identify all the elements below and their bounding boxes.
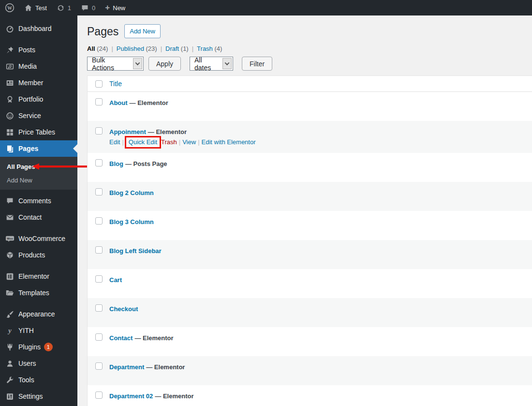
chevron-down-icon xyxy=(222,58,232,69)
row-checkbox[interactable] xyxy=(95,391,103,399)
sidebar-item-media[interactable]: Media xyxy=(0,58,77,75)
submenu-item-add-new[interactable]: Add New xyxy=(0,173,77,187)
list-toolbar: Bulk Actions Apply All dates Filter xyxy=(87,57,532,71)
page-link[interactable]: Blog Left Sidebar xyxy=(109,247,162,255)
sidebar-item-dashboard[interactable]: Dashboard xyxy=(0,20,77,37)
page-link[interactable]: Department xyxy=(109,363,144,371)
sidebar-item-users[interactable]: Users xyxy=(0,355,77,372)
award-icon xyxy=(5,94,15,104)
select-all-checkbox[interactable] xyxy=(95,80,103,88)
page-link[interactable]: Blog 2 Column xyxy=(109,189,154,196)
row-checkbox[interactable] xyxy=(95,217,103,225)
row-checkbox[interactable] xyxy=(95,362,103,370)
sidebar-item-settings[interactable]: Settings xyxy=(0,388,77,405)
smiley-icon xyxy=(5,111,15,120)
filter-trash[interactable]: Trash (4) xyxy=(197,45,222,52)
email-icon xyxy=(5,212,15,222)
pin-icon xyxy=(5,45,15,55)
sidebar-item-plugins[interactable]: Plugins 1 xyxy=(0,339,77,355)
page-link[interactable]: Cart xyxy=(109,276,122,284)
admin-sidebar: Dashboard Posts Media Member Portfolio S… xyxy=(0,15,77,406)
row-checkbox[interactable] xyxy=(95,98,103,105)
sidebar-item-tools[interactable]: Tools xyxy=(0,372,77,388)
media-icon xyxy=(5,61,15,71)
settings-icon xyxy=(5,391,15,401)
page-link[interactable]: Blog 3 Column xyxy=(109,218,154,226)
yith-icon: y xyxy=(5,326,15,335)
admin-bar: W Test 1 0 + New xyxy=(0,0,532,15)
pages-icon xyxy=(5,144,15,153)
filter-all[interactable]: All (24) xyxy=(87,45,117,52)
sidebar-item-pages[interactable]: Pages xyxy=(0,140,77,157)
update-count: 1 xyxy=(68,4,71,12)
site-link[interactable]: Test xyxy=(19,0,52,15)
view-link[interactable]: View xyxy=(182,138,196,146)
table-row: Checkout xyxy=(88,298,532,327)
id-card-icon xyxy=(5,78,15,88)
comments-icon xyxy=(5,196,15,206)
column-header-title[interactable]: Title xyxy=(109,80,122,88)
row-checkbox[interactable] xyxy=(95,304,103,312)
plugin-icon xyxy=(5,342,15,352)
apply-button[interactable]: Apply xyxy=(148,57,181,71)
sidebar-item-posts[interactable]: Posts xyxy=(0,42,77,58)
post-state: — Elementor xyxy=(130,99,168,106)
quick-edit-link[interactable]: Quick Edit xyxy=(129,138,157,146)
post-state: — Elementor xyxy=(134,334,173,342)
add-new-button[interactable]: Add New xyxy=(124,24,161,38)
edit-link[interactable]: Edit xyxy=(109,138,120,146)
status-filters: All (24)Published (23)Draft (1)Trash (4) xyxy=(87,45,532,52)
sidebar-item-products[interactable]: Products xyxy=(0,247,77,263)
row-checkbox[interactable] xyxy=(95,275,103,283)
page-link[interactable]: Contact xyxy=(109,334,133,342)
page-link[interactable]: Checkout xyxy=(109,305,138,313)
bulk-actions-select[interactable]: Bulk Actions xyxy=(87,57,144,71)
updates-indicator[interactable]: 1 xyxy=(52,0,76,15)
sidebar-item-contact[interactable]: Contact xyxy=(0,209,77,226)
sidebar-item-member[interactable]: Member xyxy=(0,75,77,91)
sidebar-item-price-tables[interactable]: Price Tables xyxy=(0,124,77,140)
page-link[interactable]: Appoinment xyxy=(109,128,146,135)
row-checkbox[interactable] xyxy=(95,188,103,195)
row-checkbox[interactable] xyxy=(95,159,103,166)
woocommerce-icon: Woo xyxy=(5,234,15,243)
row-checkbox[interactable] xyxy=(95,127,103,135)
page-link[interactable]: Department 02 xyxy=(109,392,153,400)
page-title: Pages xyxy=(87,25,118,38)
sidebar-item-templates[interactable]: Templates xyxy=(0,285,77,301)
table-row: Department— Elementor xyxy=(88,356,532,385)
row-checkbox[interactable] xyxy=(95,333,103,341)
update-icon xyxy=(57,4,65,12)
table-row: Blog— Posts Page xyxy=(88,153,532,182)
page-link[interactable]: About xyxy=(109,99,128,106)
sidebar-item-appearance[interactable]: Appearance xyxy=(0,306,77,322)
brush-icon xyxy=(5,309,15,319)
sidebar-item-woocommerce[interactable]: Woo WooCommerce xyxy=(0,230,77,247)
new-content-menu[interactable]: + New xyxy=(100,0,130,15)
sidebar-item-portfolio[interactable]: Portfolio xyxy=(0,91,77,107)
table-row: Department 02— Elementor xyxy=(88,385,532,406)
sidebar-item-comments[interactable]: Comments xyxy=(0,193,77,209)
home-icon xyxy=(24,4,32,12)
comments-indicator[interactable]: 0 xyxy=(76,0,100,15)
post-state: — Elementor xyxy=(155,392,193,400)
sidebar-item-service[interactable]: Service xyxy=(0,107,77,124)
folder-icon xyxy=(5,288,15,298)
page-link[interactable]: Blog xyxy=(109,160,123,167)
filter-published[interactable]: Published (23) xyxy=(117,45,165,52)
plugins-update-badge: 1 xyxy=(44,343,53,351)
wordpress-menu[interactable]: W xyxy=(0,0,19,15)
sidebar-item-elementor[interactable]: Elementor xyxy=(0,268,77,285)
edit-with-elementor-link[interactable]: Edit with Elementor xyxy=(202,138,256,146)
filter-button[interactable]: Filter xyxy=(242,57,272,71)
sidebar-item-yith[interactable]: y YITH xyxy=(0,322,77,339)
svg-text:W: W xyxy=(7,5,12,11)
table-row: Blog 3 Column xyxy=(88,211,532,240)
table-row: Contact— Elementor xyxy=(88,327,532,356)
filter-draft[interactable]: Draft (1) xyxy=(165,45,197,52)
row-checkbox[interactable] xyxy=(95,246,103,254)
dates-filter-select[interactable]: All dates xyxy=(190,57,233,71)
elementor-icon xyxy=(5,271,15,281)
product-box-icon xyxy=(5,250,15,260)
trash-link[interactable]: Trash xyxy=(161,138,177,146)
